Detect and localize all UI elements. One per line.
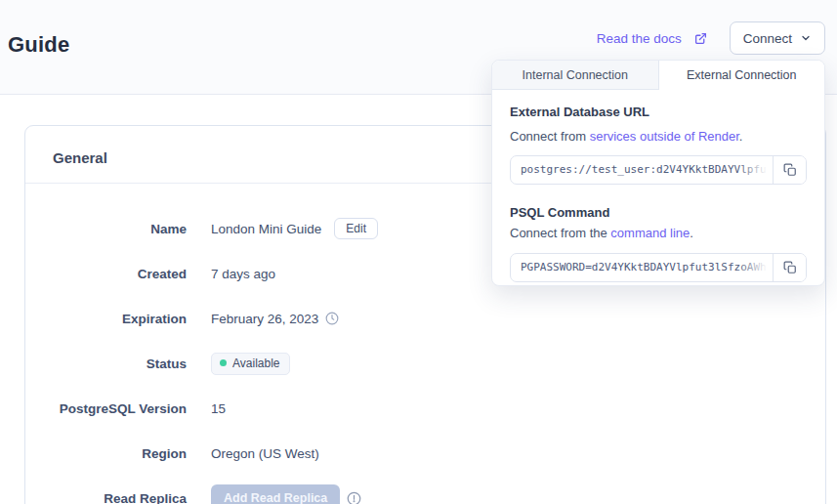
connect-popover-body: External Database URL Connect from servi… — [492, 90, 824, 286]
row-postgresql-version: PostgreSQL Version 15 — [25, 398, 825, 419]
row-created-label: Created — [25, 267, 187, 281]
read-the-docs-link[interactable]: Read the docs — [597, 31, 707, 46]
clock-icon — [325, 312, 339, 325]
connection-tabs: Internal Connection External Connection — [492, 61, 824, 90]
copy-icon — [783, 163, 797, 177]
row-status-value: Available — [211, 353, 290, 375]
copy-external-url-button[interactable] — [773, 156, 806, 184]
row-expiration: Expiration February 26, 2023 — [25, 308, 825, 329]
row-created-value: 7 days ago — [211, 267, 275, 281]
row-read-replica-value: Add Read Replica — [211, 484, 361, 504]
psql-command-desc: Connect from the command line. — [510, 226, 807, 240]
row-region: Region Oregon (US West) — [25, 442, 825, 464]
connect-button[interactable]: Connect — [730, 21, 825, 55]
services-outside-render-link[interactable]: services outside of Render — [590, 129, 739, 144]
external-database-url-field: postgres://test_user:d2V4YKktBDAYVlpfut3… — [510, 155, 807, 185]
external-database-url-heading: External Database URL — [510, 105, 807, 119]
read-the-docs-label: Read the docs — [597, 31, 682, 46]
psql-command-field: PGPASSWORD=d2V4YKktBDAYVlpfut3lSfzoAWhwb… — [510, 253, 807, 282]
row-read-replica-label: Read Replica — [25, 491, 187, 504]
header-actions: Read the docs Connect — [597, 21, 825, 55]
psql-command-heading: PSQL Command — [510, 205, 807, 220]
tab-internal-connection[interactable]: Internal Connection — [492, 61, 659, 90]
connect-button-label: Connect — [743, 31, 792, 46]
row-version-value: 15 — [211, 401, 226, 416]
general-card-title: General — [53, 149, 107, 166]
copy-psql-command-button[interactable] — [773, 254, 806, 281]
status-badge: Available — [211, 353, 290, 375]
chevron-down-icon — [800, 32, 812, 44]
external-database-url-value[interactable]: postgres://test_user:d2V4YKktBDAYVlpfut3… — [511, 156, 773, 184]
desc-suffix: . — [739, 129, 743, 144]
row-name-label: Name — [25, 222, 187, 236]
desc-prefix: Connect from the — [510, 226, 610, 240]
row-region-label: Region — [25, 446, 187, 461]
row-status-label: Status — [25, 357, 187, 371]
add-read-replica-button[interactable]: Add Read Replica — [211, 484, 340, 504]
info-icon — [347, 491, 361, 504]
external-link-icon — [694, 32, 707, 45]
copy-icon — [783, 261, 797, 274]
row-region-value: Oregon (US West) — [211, 446, 319, 461]
row-expiration-value: February 26, 2023 — [211, 312, 318, 326]
row-status: Status Available — [25, 353, 825, 374]
row-name-value: London Mini Guide — [211, 222, 321, 236]
tab-external-connection[interactable]: External Connection — [659, 61, 825, 90]
external-database-url-desc: Connect from services outside of Render. — [510, 129, 807, 144]
connect-popover: Internal Connection External Connection … — [491, 60, 825, 286]
psql-command-value[interactable]: PGPASSWORD=d2V4YKktBDAYVlpfut3lSfzoAWhwb… — [511, 254, 773, 281]
status-badge-label: Available — [232, 357, 279, 370]
command-line-link[interactable]: command line — [610, 226, 690, 240]
edit-name-button[interactable]: Edit — [334, 218, 378, 239]
row-read-replica: Read Replica Add Read Replica — [25, 487, 825, 504]
desc-suffix: . — [690, 226, 693, 240]
page-title: Guide — [8, 32, 69, 58]
status-dot-icon — [220, 359, 227, 366]
desc-prefix: Connect from — [510, 129, 590, 144]
row-expiration-label: Expiration — [25, 312, 187, 326]
row-version-label: PostgreSQL Version — [25, 401, 187, 416]
